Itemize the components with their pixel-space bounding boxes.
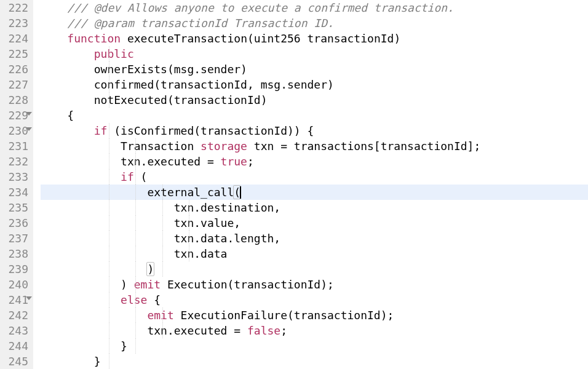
- line-number[interactable]: 235: [4, 200, 28, 215]
- indent-guide: [162, 246, 163, 261]
- indent-whitespace: [41, 32, 67, 45]
- line-number[interactable]: 245: [4, 354, 28, 369]
- line-number[interactable]: 231: [4, 138, 28, 154]
- code-token: if: [94, 124, 108, 137]
- code-area[interactable]: /// @dev Allows anyone to execute a conf…: [33, 0, 588, 369]
- fold-toggle-icon[interactable]: [26, 127, 32, 131]
- indent-whitespace: [41, 17, 67, 30]
- indent-guide: [162, 323, 163, 338]
- line-number[interactable]: 224: [4, 31, 28, 46]
- indent-guide: [135, 215, 136, 231]
- code-token: }: [121, 339, 127, 352]
- indent-guide: [135, 292, 136, 308]
- code-line[interactable]: confirmed(transactionId, msg.sender): [41, 77, 588, 92]
- code-line[interactable]: function executeTransaction(uint256 tran…: [41, 31, 588, 46]
- indent-whitespace: [41, 216, 174, 229]
- fold-toggle-icon[interactable]: [26, 112, 32, 116]
- code-line[interactable]: txn.value,: [41, 215, 588, 231]
- line-number[interactable]: 234: [4, 184, 28, 200]
- text-cursor: [240, 186, 241, 199]
- indent-whitespace: [41, 47, 94, 60]
- code-line[interactable]: ): [41, 261, 588, 277]
- code-line[interactable]: txn.destination,: [41, 200, 588, 215]
- code-line[interactable]: if (isConfirmed(transactionId)) {: [41, 123, 588, 138]
- code-line[interactable]: txn.executed = false;: [41, 323, 588, 338]
- code-token: storage: [201, 140, 247, 153]
- line-number[interactable]: 229: [4, 108, 28, 123]
- line-number[interactable]: 228: [4, 92, 28, 108]
- code-line[interactable]: }: [41, 354, 588, 369]
- line-number[interactable]: 244: [4, 338, 28, 354]
- code-line[interactable]: else {: [41, 292, 588, 308]
- line-number[interactable]: 237: [4, 231, 28, 246]
- indent-guide: [135, 154, 136, 169]
- code-line[interactable]: ) emit Execution(transactionId);: [41, 277, 588, 292]
- indent-guide: [135, 231, 136, 246]
- code-token: /// @param transactionId Transaction ID.: [67, 17, 333, 30]
- line-number[interactable]: 239: [4, 261, 28, 277]
- indent-whitespace: [41, 355, 94, 368]
- indent-whitespace: [41, 201, 174, 214]
- indent-guide: [135, 338, 136, 354]
- code-line[interactable]: external_call(: [41, 184, 588, 200]
- indent-guide: [135, 184, 136, 200]
- line-number[interactable]: 238: [4, 246, 28, 261]
- line-number[interactable]: 227: [4, 77, 28, 92]
- line-number[interactable]: 225: [4, 46, 28, 62]
- indent-guide: [109, 354, 109, 369]
- indent-guide: [135, 169, 136, 184]
- indent-guide: [189, 200, 189, 215]
- code-line[interactable]: txn.executed = true;: [41, 154, 588, 169]
- indent-guide: [109, 308, 109, 323]
- code-line[interactable]: {: [41, 108, 588, 123]
- code-line[interactable]: txn.data: [41, 246, 588, 261]
- line-number[interactable]: 226: [4, 62, 28, 77]
- code-line[interactable]: public: [41, 46, 588, 62]
- line-number[interactable]: 223: [4, 15, 28, 31]
- code-token: txn.value,: [174, 216, 240, 229]
- code-token: executeTransaction(: [121, 32, 254, 45]
- indent-guide: [109, 246, 109, 261]
- code-line[interactable]: Transaction storage txn = transactions[t…: [41, 138, 588, 154]
- code-editor[interactable]: 2222232242252262272282292302312322332342…: [0, 0, 588, 369]
- code-token: public: [94, 47, 134, 60]
- code-line[interactable]: txn.data.length,: [41, 231, 588, 246]
- indent-guide: [109, 277, 109, 292]
- code-line[interactable]: /// @param transactionId Transaction ID.: [41, 15, 588, 31]
- indent-guide: [135, 277, 136, 292]
- indent-guide: [109, 292, 109, 308]
- indent-whitespace: [41, 186, 147, 199]
- indent-guide: [109, 200, 109, 215]
- line-number[interactable]: 222: [4, 0, 28, 15]
- line-number[interactable]: 236: [4, 215, 28, 231]
- code-line[interactable]: }: [41, 338, 588, 354]
- fold-toggle-icon[interactable]: [26, 296, 32, 300]
- line-number[interactable]: 233: [4, 169, 28, 184]
- code-token: emit: [147, 309, 173, 322]
- code-token: transactionId): [301, 32, 401, 45]
- line-number[interactable]: 242: [4, 308, 28, 323]
- code-line[interactable]: notExecuted(transactionId): [41, 92, 588, 108]
- indent-guide: [189, 215, 189, 231]
- indent-whitespace: [41, 263, 147, 276]
- line-number[interactable]: 243: [4, 323, 28, 338]
- indent-guide: [162, 308, 163, 323]
- line-number-gutter[interactable]: 2222232242252262272282292302312322332342…: [0, 0, 33, 369]
- indent-guide: [162, 184, 163, 200]
- code-token: Execution(transactionId);: [161, 278, 334, 291]
- code-token: }: [94, 355, 101, 368]
- code-token: else: [121, 293, 147, 306]
- indent-guide: [109, 215, 109, 231]
- code-line[interactable]: emit ExecutionFailure(transactionId);: [41, 308, 588, 323]
- code-line[interactable]: if (: [41, 169, 588, 184]
- line-number[interactable]: 240: [4, 277, 28, 292]
- indent-guide: [109, 184, 109, 200]
- code-line[interactable]: ownerExists(msg.sender): [41, 62, 588, 77]
- line-number[interactable]: 230: [4, 123, 28, 138]
- code-line[interactable]: /// @dev Allows anyone to execute a conf…: [41, 0, 588, 15]
- code-token: (isConfirmed(transactionId)) {: [107, 124, 314, 137]
- line-number[interactable]: 232: [4, 154, 28, 169]
- indent-guide: [109, 92, 109, 108]
- line-number[interactable]: 241: [4, 292, 28, 308]
- code-token: confirmed(transactionId, msg.sender): [94, 78, 334, 91]
